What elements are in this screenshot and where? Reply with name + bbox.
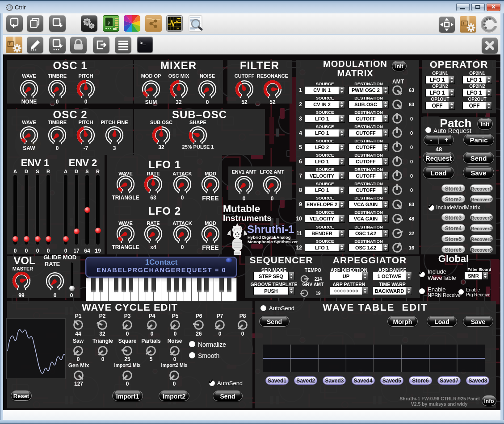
svg-text:♪: ♪ xyxy=(107,19,110,26)
svg-text:T: T xyxy=(8,42,11,46)
svg-text:T: T xyxy=(462,21,465,25)
svg-text:>_: >_ xyxy=(140,41,146,46)
